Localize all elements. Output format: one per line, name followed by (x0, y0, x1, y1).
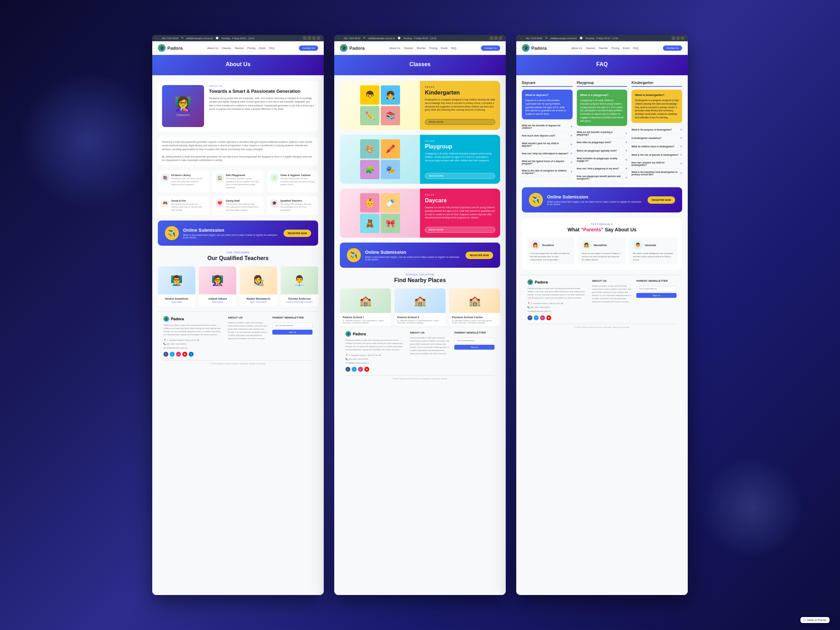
faq-nav-about[interactable]: About Us (572, 47, 583, 50)
faq-ig-icon[interactable] (681, 36, 684, 40)
faq-footer-yt[interactable]: ▶ (546, 315, 551, 320)
yt-icon[interactable] (317, 36, 320, 40)
faq-footer-fb[interactable]: f (527, 315, 532, 320)
faq-footer-social: f t in ▶ (527, 315, 587, 320)
about-hero-title: About Us (159, 61, 317, 68)
classes-nav-event[interactable]: Event (441, 47, 448, 50)
logo[interactable]: 🎓 Padora (158, 44, 183, 52)
newsletter-signup-btn[interactable]: Sign Up (272, 330, 313, 335)
faq-playgroup-q2[interactable]: How often do playgroups meet? + (577, 138, 628, 147)
faq-playgroup-q6-icon: + (625, 176, 627, 180)
framer-badge[interactable]: ⬡ Made in Framer (801, 617, 829, 623)
fb-icon[interactable] (303, 36, 306, 40)
about-content[interactable]: 👩‍🏫 Classroom ABOUT US Towards a Smart &… (152, 75, 324, 595)
faq-footer-tw[interactable]: t (534, 315, 538, 320)
testimonial-1: 👩 Rosalina I am very happy that my child… (527, 237, 575, 265)
classes-register-btn[interactable]: REGISTER NOW (466, 252, 493, 259)
footer-tw-icon[interactable]: t (170, 352, 175, 357)
nav-about[interactable]: About Us (208, 47, 218, 50)
footer-ig-icon[interactable]: in (176, 352, 181, 357)
faq-kindergarten-col: Kindergarten What is kindergarten? Kinde… (632, 81, 682, 182)
faq-contact-btn[interactable]: Contact Us (663, 46, 682, 51)
nearby-addr-2: Jl. Sekolah Padora II, Dermawanpura, Cle… (397, 319, 443, 324)
faq-newsletter-btn[interactable]: Sign Up (636, 293, 677, 298)
faq-footer-email: ✉ staff@sekolah.pador.id (527, 309, 587, 313)
faq-daycare-q3[interactable]: What should I pack for my child in dayca… (522, 140, 573, 150)
faq-nav-pricing[interactable]: Pricing (611, 47, 619, 50)
faq-playgroup-q3[interactable]: Where do playgroups typically meet? + (577, 147, 628, 155)
nav-pricing[interactable]: Pricing (248, 47, 256, 50)
faq-kinder-q5[interactable]: How can I prepare my child for kindergar… (632, 159, 682, 169)
faq-daycare-q5[interactable]: What are the typical hours of a daycare … (522, 158, 573, 167)
classes-nav-about[interactable]: About Us (390, 47, 400, 50)
classes-nav-pricing[interactable]: Pricing (429, 47, 437, 50)
feature-social-title: Social & Fun (171, 199, 205, 202)
nav-classes[interactable]: Classes (221, 47, 231, 50)
faq-playgroup-q1[interactable]: What are the benefits of joining a playg… (577, 129, 628, 138)
faq-logo[interactable]: 🎓 Padora (522, 44, 547, 52)
faq-kinder-q4[interactable]: What is the role of parents in kindergar… (632, 151, 682, 159)
kindergarten-desc: Kindergarten is a program designed to he… (425, 98, 495, 112)
classes-nav-teacher[interactable]: Teacher (417, 47, 426, 50)
faq-playgroup-q5[interactable]: How can I find a playgroup in my area? + (577, 164, 628, 173)
classes-ig-icon[interactable] (499, 36, 502, 40)
faq-kinder-q6[interactable]: What is the transition from kindergarten… (632, 169, 682, 178)
feature-playground-title: Safe Playground (226, 174, 260, 177)
teachers-title: Our Qualified Teachers (158, 255, 318, 261)
classes-tw-icon[interactable] (494, 36, 498, 40)
faq-footer-ig[interactable]: in (540, 315, 545, 320)
daycare-read-btn[interactable]: READ MORE (425, 227, 495, 233)
faq-tw-icon[interactable] (676, 36, 680, 40)
faq-playgroup-q4[interactable]: What activities do playgroups usually en… (577, 155, 628, 164)
faq-nav-teacher[interactable]: Teacher (598, 47, 608, 50)
classes-footer-ig[interactable]: in (358, 367, 363, 372)
faq-fb-icon[interactable] (672, 36, 675, 40)
classes-nav-classes[interactable]: Classes (404, 47, 413, 50)
classes-newsletter-input[interactable] (454, 338, 494, 343)
classes-footer-tw[interactable]: t (352, 367, 357, 372)
faq-kinder-q1[interactable]: What is the purpose of kindergarten? + (632, 126, 682, 134)
faq-cta-banner: ✈️ Online Submission When a new school t… (522, 187, 682, 212)
playgroup-desc: A playgroup is an early childhood educat… (425, 152, 495, 162)
testimonial-2-header: 👩 Maradhita (582, 240, 623, 250)
classes-nav-faq[interactable]: FAQ (451, 47, 456, 50)
faq-content[interactable]: Daycare What is daycare? Daycare is a se… (516, 75, 688, 595)
ig-icon[interactable] (312, 36, 316, 40)
classes-content[interactable]: 👦 👧 ✏️ 📚 KELAS Kindergarten Kindergarten… (334, 75, 506, 595)
nav-faq[interactable]: FAQ (269, 47, 275, 50)
nearby-name-1: Padora School I (343, 316, 388, 319)
nav-event[interactable]: Event (259, 47, 266, 50)
footer-fb-icon[interactable]: f (163, 352, 168, 357)
faq-nav-links: About Us Classes Teacher Pricing Event F… (572, 47, 638, 50)
classes-logo[interactable]: 🎓 Padora (340, 44, 365, 52)
contact-btn[interactable]: Contact Us (299, 46, 318, 51)
footer-yt-icon[interactable]: ▶ (182, 352, 187, 357)
faq-newsletter-input[interactable] (636, 286, 677, 292)
faq-playgroup-q6[interactable]: How can playgroups benefit parents and c… (577, 173, 628, 182)
playgroup-read-btn[interactable]: READ MORE (425, 173, 495, 179)
faq-nav-event[interactable]: Event (623, 47, 630, 50)
about-register-btn[interactable]: REGISTER NOW (284, 230, 311, 237)
tw-icon[interactable] (308, 36, 311, 40)
kindergarten-read-btn[interactable]: READ MORE (425, 119, 495, 125)
faq-kinder-q3[interactable]: What do children learn in kindergarten? … (632, 142, 682, 151)
newsletter-input[interactable] (272, 323, 313, 328)
classes-newsletter-btn[interactable]: Sign Up (454, 345, 494, 350)
faq-nav-classes[interactable]: Classes (586, 47, 595, 50)
testimonial-1-avatar: 👩 (530, 240, 540, 250)
classes-footer-yt[interactable]: ▶ (364, 367, 369, 372)
classes-footer-fb[interactable]: f (346, 367, 351, 372)
faq-playgroup-header: Playgroup (577, 81, 628, 87)
classes-contact-btn[interactable]: Contact Us (481, 46, 500, 51)
faq-hero-title: FAQ (523, 61, 681, 68)
faq-register-btn[interactable]: REGISTER NOW (647, 196, 675, 204)
faq-daycare-q2[interactable]: How much does daycare cost? + (522, 132, 573, 140)
faq-daycare-q1[interactable]: What are the benefits of daycare for chi… (522, 122, 573, 132)
nav-teacher[interactable]: Teacher (235, 47, 244, 50)
faq-kinder-q2[interactable]: Is kindergarten mandatory? + (632, 134, 682, 142)
classes-fb-icon[interactable] (489, 36, 493, 40)
faq-daycare-q4[interactable]: How can I help my child adjust to daycar… (522, 150, 573, 158)
faq-daycare-q6[interactable]: What is the ratio of caregivers to child… (522, 167, 573, 177)
footer-li-icon[interactable]: li (189, 352, 194, 357)
faq-nav-faq[interactable]: FAQ (633, 47, 638, 50)
